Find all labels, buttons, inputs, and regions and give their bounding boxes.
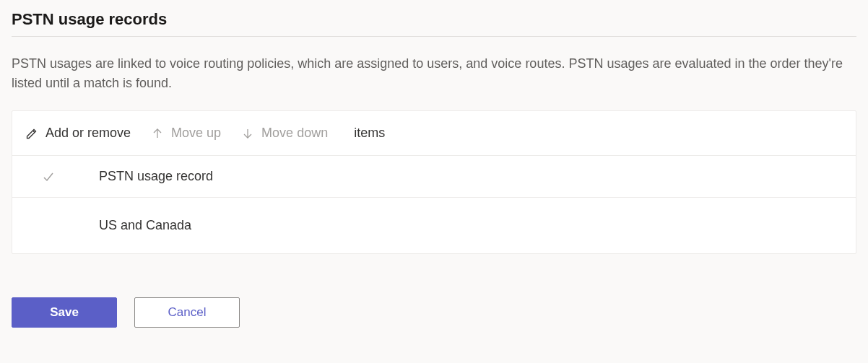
page-title: PSTN usage records [12,10,856,37]
row-name: US and Canada [99,218,191,233]
page-description: PSTN usages are linked to voice routing … [12,54,849,93]
add-or-remove-label: Add or remove [45,126,131,141]
column-header-name: PSTN usage record [99,169,213,184]
move-up-button[interactable]: Move up [151,126,221,141]
edit-icon [25,127,38,140]
add-or-remove-button[interactable]: Add or remove [25,126,131,141]
arrow-up-icon [151,127,164,140]
items-label: items [354,126,385,141]
select-all-check[interactable] [41,170,99,184]
move-up-label: Move up [171,126,221,141]
table-header-row: PSTN usage record [12,156,856,198]
save-button[interactable]: Save [12,297,117,328]
table-row[interactable]: US and Canada [12,198,856,253]
records-toolbar: Add or remove Move up Move down items [12,111,856,156]
records-card: Add or remove Move up Move down items PS… [12,110,856,254]
move-down-label: Move down [261,126,328,141]
cancel-button[interactable]: Cancel [134,297,240,328]
arrow-down-icon [241,127,254,140]
move-down-button[interactable]: Move down [241,126,328,141]
footer-actions: Save Cancel [12,297,856,328]
